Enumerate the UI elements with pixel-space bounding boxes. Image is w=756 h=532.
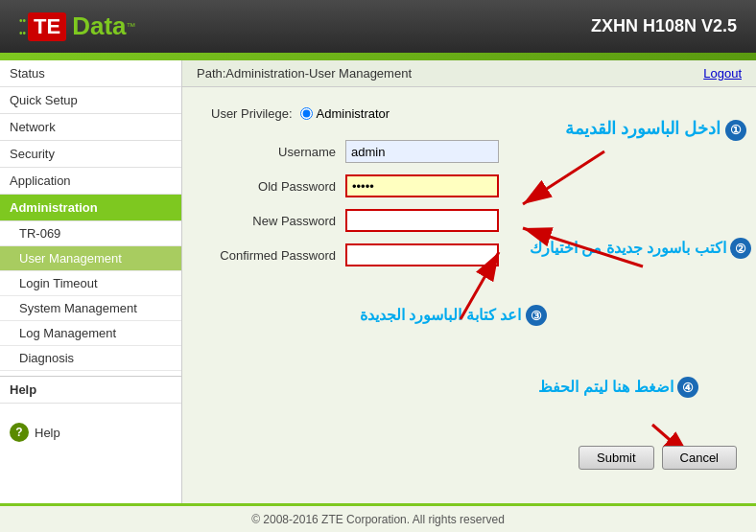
help-circle-icon: ?	[10, 423, 29, 442]
user-privilege-label: User Privilege:	[211, 106, 293, 121]
cancel-button[interactable]: Cancel	[662, 446, 737, 470]
green-bar	[0, 53, 756, 60]
help-label: Help	[35, 426, 60, 440]
badge-2: ②	[730, 238, 751, 259]
path-text: Path:Administration-User Management	[197, 66, 412, 81]
radio-administrator-label: Administrator	[317, 106, 390, 121]
logo-data: Data	[72, 12, 126, 41]
sidebar: Status Quick Setup Network Security Appl…	[0, 60, 182, 503]
logout-link[interactable]: Logout	[703, 66, 742, 81]
annotation-2: ② اكتب باسورد جديدة من اختيارك	[530, 238, 751, 259]
sidebar-subitem-diagnosis[interactable]: Diagnosis	[0, 346, 181, 371]
footer: © 2008-2016 ZTE Corporation. All rights …	[0, 503, 756, 532]
header: •• •• TE Data ™ ZXHN H108N V2.5	[0, 0, 756, 53]
sidebar-item-help-section: Help	[0, 377, 181, 404]
radio-administrator-input[interactable]	[300, 107, 313, 120]
username-input[interactable]	[345, 140, 499, 163]
path-bar: Path:Administration-User Management Logo…	[182, 60, 756, 87]
main-layout: Status Quick Setup Network Security Appl…	[0, 60, 756, 503]
new-password-input[interactable]	[345, 209, 499, 232]
annotation-1: ① ادخل الباسورد القديمة	[565, 118, 746, 141]
sidebar-item-application[interactable]: Application	[0, 168, 181, 195]
sidebar-subitem-user-management[interactable]: User Management	[0, 246, 181, 271]
sidebar-item-status[interactable]: Status	[0, 60, 181, 87]
copyright-text: © 2008-2016 ZTE Corporation. All rights …	[251, 513, 505, 526]
button-row: Submit Cancel	[579, 446, 737, 470]
new-password-label: New Password	[211, 214, 345, 228]
confirmed-password-label: Confirmed Password	[211, 248, 345, 263]
logo-te: TE	[28, 12, 66, 41]
logo-dots-icon: •• ••	[19, 15, 26, 38]
sidebar-subitem-login-timeout[interactable]: Login Timeout	[0, 271, 181, 296]
annotation-4: ④ اضغط هنا ليتم الحفظ	[538, 377, 698, 398]
sidebar-item-network[interactable]: Network	[0, 114, 181, 141]
sidebar-subitem-log-management[interactable]: Log Management	[0, 321, 181, 346]
badge-3: ③	[526, 305, 547, 326]
submit-button[interactable]: Submit	[579, 446, 653, 470]
confirmed-password-input[interactable]	[345, 243, 499, 266]
badge-1: ①	[725, 120, 746, 141]
annotation-3: ③ اعد كتابة الباسورد الجديدة	[360, 305, 547, 326]
sidebar-help-button[interactable]: ? Help	[0, 413, 181, 451]
content-area: Path:Administration-User Management Logo…	[182, 60, 756, 503]
logo-trademark: ™	[127, 21, 136, 32]
sidebar-item-administration[interactable]: Administration	[0, 195, 181, 221]
username-label: Username	[211, 145, 345, 159]
logo: •• •• TE Data ™	[19, 12, 136, 41]
radio-administrator[interactable]: Administrator	[300, 106, 390, 121]
username-row: Username	[211, 140, 727, 163]
old-password-label: Old Password	[211, 179, 345, 194]
new-password-row: New Password	[211, 209, 727, 232]
old-password-input[interactable]	[345, 174, 499, 197]
badge-4: ④	[677, 377, 698, 398]
sidebar-item-quick-setup[interactable]: Quick Setup	[0, 87, 181, 114]
sidebar-subitem-system-management[interactable]: System Management	[0, 296, 181, 321]
sidebar-subitem-tr069[interactable]: TR-069	[0, 221, 181, 246]
old-password-row: Old Password	[211, 174, 727, 197]
model-name: ZXHN H108N V2.5	[591, 16, 737, 36]
sidebar-item-security[interactable]: Security	[0, 141, 181, 168]
